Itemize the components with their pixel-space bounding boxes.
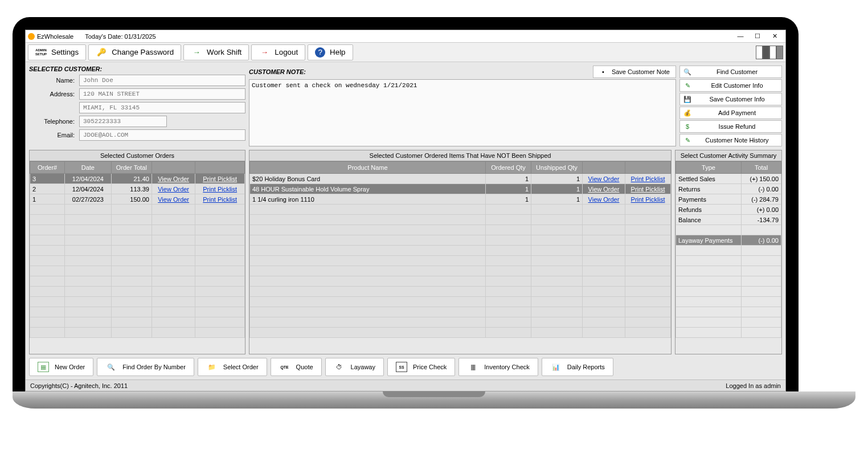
layaway-icon: ⏱ xyxy=(334,362,345,372)
customer-note-heading: CUSTOMER NOTE: xyxy=(249,68,306,75)
select-order-button[interactable]: 📁 Select Order xyxy=(198,358,267,376)
minimize-button[interactable]: — xyxy=(732,32,749,40)
status-bar: Copyrights(C) - Agnitech, Inc. 2011 Logg… xyxy=(26,379,785,391)
table-row[interactable] xyxy=(250,225,671,235)
table-row[interactable] xyxy=(250,256,671,266)
print-picklist-link[interactable]: Print Picklist xyxy=(203,186,237,193)
issue-refund-button[interactable]: $ Issue Refund xyxy=(679,120,782,133)
summary-table: Type Total Settled Sales(+) 150.00Return… xyxy=(675,161,781,338)
address1-field[interactable] xyxy=(79,88,245,100)
print-picklist-link[interactable]: Print Picklist xyxy=(631,196,665,203)
logout-button[interactable]: → Logout xyxy=(251,44,305,60)
orders-col-order: Order# xyxy=(30,162,65,174)
daily-reports-button[interactable]: 📊 Daily Reports xyxy=(542,358,613,376)
print-picklist-link[interactable]: Print Picklist xyxy=(203,196,237,203)
save-customer-button[interactable]: 💾 Save Customer Info xyxy=(679,93,782,105)
table-row[interactable] xyxy=(250,215,671,225)
table-row[interactable]: $20 Holiday Bonus Card11View OrderPrint … xyxy=(250,174,671,184)
view-order-link[interactable]: View Order xyxy=(588,186,620,193)
add-payment-button[interactable]: 💰 Add Payment xyxy=(679,107,782,119)
print-picklist-link[interactable]: Print Picklist xyxy=(631,176,665,182)
settings-button[interactable]: ADMINSETUP Settings xyxy=(28,44,86,60)
table-row[interactable] xyxy=(250,266,671,276)
table-row[interactable] xyxy=(30,297,245,307)
change-password-label: Change Password xyxy=(112,48,174,56)
table-row[interactable] xyxy=(30,215,245,225)
save-customer-note-button[interactable]: • Save Customer Note xyxy=(593,66,676,78)
view-order-link[interactable]: View Order xyxy=(158,176,189,182)
maximize-button[interactable]: ☐ xyxy=(749,32,766,40)
price-check-label: Price Check xyxy=(413,364,447,370)
address-label: Address: xyxy=(29,91,79,97)
unshipped-grid-panel: Selected Customer Ordered Items That Hav… xyxy=(249,150,672,354)
table-row[interactable]: 102/27/2023150.00View OrderPrint Picklis… xyxy=(30,194,245,205)
arrow-right-green-icon: → xyxy=(191,47,202,58)
table-row[interactable] xyxy=(30,287,245,297)
view-order-link[interactable]: View Order xyxy=(158,186,189,193)
table-row xyxy=(676,287,781,297)
save-customer-label: Save Customer Info xyxy=(696,96,778,103)
arrow-right-red-icon: → xyxy=(259,47,270,58)
table-row[interactable]: 1 1/4 curling iron 111011View OrderPrint… xyxy=(250,194,671,205)
price-check-button[interactable]: $$ Price Check xyxy=(387,358,455,376)
new-order-icon: ▦ xyxy=(38,362,49,372)
edit-customer-button[interactable]: ✎ Edit Customer Info xyxy=(679,79,782,92)
table-row[interactable] xyxy=(250,276,671,287)
note-history-label: Customer Note History xyxy=(696,137,778,144)
table-row[interactable] xyxy=(30,307,245,317)
note-history-button[interactable]: ✎ Customer Note History xyxy=(679,134,782,146)
print-picklist-link[interactable]: Print Picklist xyxy=(203,176,237,182)
table-row[interactable] xyxy=(30,235,245,246)
name-field[interactable] xyxy=(79,75,245,86)
table-row xyxy=(676,297,781,307)
orders-grid-title: Selected Customer Orders xyxy=(30,150,245,161)
table-row[interactable] xyxy=(30,266,245,276)
table-row[interactable] xyxy=(30,256,245,266)
table-row[interactable] xyxy=(250,297,671,307)
layaway-button[interactable]: ⏱ Layaway xyxy=(325,358,384,376)
table-row[interactable]: 212/04/2024113.39View OrderPrint Picklis… xyxy=(30,184,245,194)
find-customer-button[interactable]: 🔍 Find Customer xyxy=(679,66,782,78)
table-row[interactable] xyxy=(250,317,671,328)
save-note-icon: • xyxy=(599,68,607,76)
change-password-button[interactable]: 🔑 Change Password xyxy=(88,44,181,60)
table-row[interactable] xyxy=(250,328,671,338)
table-row[interactable] xyxy=(250,246,671,256)
bottom-toolbar: ▦ New Order 🔍 Find Order By Number 📁 Sel… xyxy=(29,354,782,376)
orders-col-total: Order Total xyxy=(111,162,152,174)
main-toolbar: ADMINSETUP Settings 🔑 Change Password → … xyxy=(26,43,785,62)
orders-table: Order# Date Order Total 312/04/202421.40… xyxy=(30,161,245,338)
table-row[interactable] xyxy=(30,205,245,215)
table-row: Settled Sales(+) 150.00 xyxy=(676,174,781,184)
email-field[interactable] xyxy=(79,129,245,141)
phone-field[interactable] xyxy=(79,116,167,127)
table-row[interactable]: 312/04/202421.40View OrderPrint Picklist xyxy=(30,174,245,184)
table-row[interactable]: 48 HOUR Sustainable Hold Volume Spray11V… xyxy=(250,184,671,194)
new-order-button[interactable]: ▦ New Order xyxy=(29,358,93,376)
table-row[interactable] xyxy=(30,317,245,328)
table-row[interactable] xyxy=(30,276,245,287)
color-strip xyxy=(756,46,783,59)
table-row[interactable] xyxy=(250,287,671,297)
inventory-check-button[interactable]: |||| Inventory Check xyxy=(458,358,538,376)
address2-field[interactable] xyxy=(79,102,245,113)
quote-button[interactable]: QTE Quote xyxy=(271,358,322,376)
customer-note-textarea[interactable] xyxy=(249,79,676,146)
quote-label: Quote xyxy=(296,364,313,370)
view-order-link[interactable]: View Order xyxy=(588,196,620,203)
view-order-link[interactable]: View Order xyxy=(158,196,189,203)
table-row[interactable] xyxy=(30,225,245,235)
print-picklist-link[interactable]: Print Picklist xyxy=(631,186,665,193)
table-row[interactable] xyxy=(250,205,671,215)
view-order-link[interactable]: View Order xyxy=(588,176,620,182)
help-button[interactable]: ? Help xyxy=(308,44,353,60)
table-row[interactable] xyxy=(30,328,245,338)
work-shift-button[interactable]: → Work Shift xyxy=(183,44,249,60)
find-order-button[interactable]: 🔍 Find Order By Number xyxy=(97,358,194,376)
table-row[interactable] xyxy=(30,246,245,256)
table-row[interactable] xyxy=(250,307,671,317)
close-button[interactable]: ✕ xyxy=(766,32,783,40)
table-row[interactable] xyxy=(250,235,671,246)
refund-icon: $ xyxy=(683,123,691,130)
disk-icon: 💾 xyxy=(683,95,691,103)
